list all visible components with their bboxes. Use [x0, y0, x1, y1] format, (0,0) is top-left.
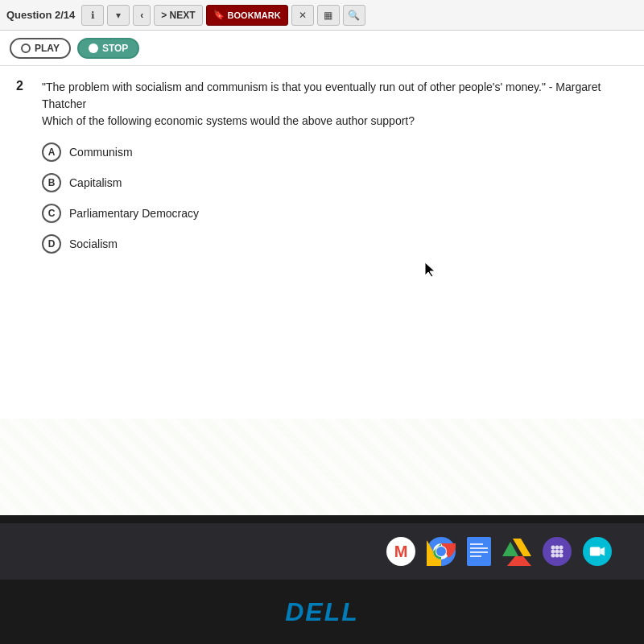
apps-icon[interactable] — [543, 537, 572, 566]
svg-point-21 — [559, 554, 564, 558]
taskbar: M — [0, 523, 644, 580]
question-row: 2 "The problem with socialism and commun… — [16, 79, 628, 130]
stop-label: STOP — [102, 43, 128, 54]
option-row-b[interactable]: B Capitalism — [42, 173, 628, 192]
grid-button[interactable]: ▦ — [317, 5, 340, 26]
screen: Question 2/14 ℹ ▾ ‹ > NEXT 🔖 BOOKMARK ✕ … — [0, 0, 644, 515]
svg-point-18 — [559, 550, 564, 554]
dell-area: DELL — [0, 580, 644, 644]
svg-marker-12 — [507, 556, 531, 566]
option-text-a: Communism — [69, 146, 133, 159]
watermark — [0, 419, 644, 515]
svg-point-17 — [555, 550, 559, 554]
svg-point-20 — [555, 554, 559, 558]
svg-point-14 — [555, 546, 559, 550]
svg-point-15 — [559, 546, 564, 550]
docs-icon[interactable] — [467, 537, 491, 566]
content-area: 2 "The problem with socialism and commun… — [0, 66, 644, 515]
question-text: "The problem with socialism and communis… — [42, 79, 628, 130]
next-button[interactable]: > NEXT — [154, 5, 202, 26]
chrome-icon[interactable] — [427, 537, 456, 566]
question-subtext: Which of the following economic systems … — [42, 114, 415, 127]
option-text-c: Parliamentary Democracy — [69, 207, 199, 220]
svg-rect-8 — [470, 551, 488, 553]
svg-rect-7 — [470, 547, 488, 549]
stop-circle-icon — [89, 43, 98, 53]
option-circle-c: C — [42, 204, 61, 223]
stop-button[interactable]: STOP — [77, 38, 139, 59]
play-circle-icon — [21, 43, 31, 53]
option-circle-b: B — [42, 173, 61, 192]
question-quote: "The problem with socialism and communis… — [42, 80, 601, 110]
info-button[interactable]: ℹ — [81, 5, 104, 26]
svg-marker-23 — [601, 547, 605, 556]
dropdown-button[interactable]: ▾ — [107, 5, 130, 26]
option-text-d: Socialism — [69, 237, 118, 250]
drive-icon[interactable] — [502, 537, 531, 566]
bookmark-icon: 🔖 — [213, 10, 225, 20]
search-button[interactable]: 🔍 — [343, 5, 365, 26]
dell-logo: DELL — [285, 597, 359, 627]
bookmark-button[interactable]: 🔖 BOOKMARK — [206, 5, 288, 26]
play-label: PLAY — [35, 43, 60, 54]
svg-point-16 — [551, 550, 555, 554]
prev-button[interactable]: ‹ — [133, 5, 151, 26]
option-circle-d: D — [42, 234, 61, 254]
option-row-a[interactable]: A Communism — [42, 142, 628, 162]
prev-icon: ‹ — [140, 10, 143, 21]
svg-point-19 — [551, 554, 555, 558]
svg-rect-9 — [470, 555, 481, 557]
question-label: Question 2/14 — [6, 9, 75, 21]
option-row-c[interactable]: C Parliamentary Democracy — [42, 204, 628, 223]
bookmark-label: BOOKMARK — [228, 10, 281, 20]
play-button[interactable]: PLAY — [10, 38, 71, 59]
option-row-d[interactable]: D Socialism — [42, 234, 628, 254]
close-button[interactable]: ✕ — [291, 5, 314, 26]
meet-icon[interactable] — [583, 537, 612, 566]
option-circle-a: A — [42, 142, 61, 162]
svg-rect-22 — [590, 547, 601, 556]
gmail-icon[interactable]: M — [386, 537, 415, 566]
svg-rect-6 — [470, 543, 483, 545]
nav-bar: Question 2/14 ℹ ▾ ‹ > NEXT 🔖 BOOKMARK ✕ … — [0, 0, 644, 31]
svg-point-4 — [436, 547, 446, 556]
question-number: 2 — [16, 79, 32, 130]
svg-point-13 — [551, 546, 555, 550]
options-container: A Communism B Capitalism C Parliamentary… — [16, 142, 628, 254]
option-text-b: Capitalism — [69, 176, 122, 189]
play-bar: PLAY STOP — [0, 31, 644, 66]
